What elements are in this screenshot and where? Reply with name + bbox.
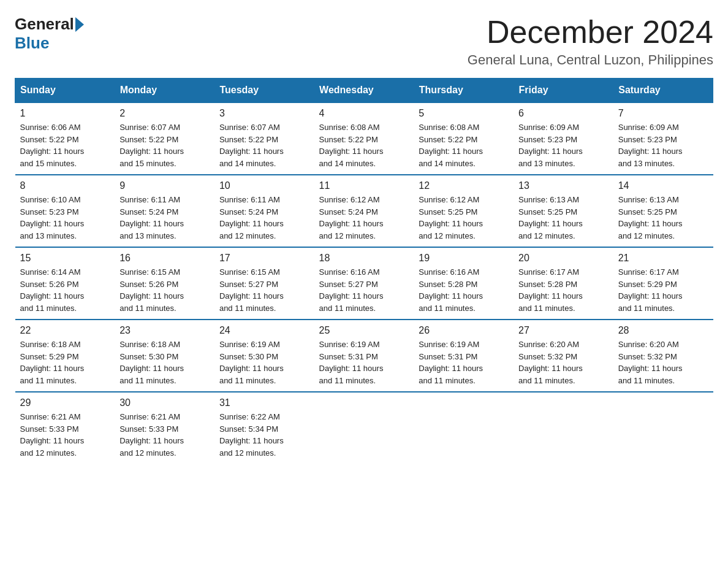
calendar-cell: 2 Sunrise: 6:07 AMSunset: 5:22 PMDayligh…: [115, 102, 214, 175]
day-number: 13: [518, 180, 609, 191]
day-info: Sunrise: 6:09 AMSunset: 5:23 PMDaylight:…: [518, 121, 609, 169]
day-info: Sunrise: 6:06 AMSunset: 5:22 PMDaylight:…: [20, 121, 110, 169]
day-number: 21: [618, 253, 708, 264]
day-info: Sunrise: 6:14 AMSunset: 5:26 PMDaylight:…: [20, 266, 110, 314]
day-info: Sunrise: 6:12 AMSunset: 5:25 PMDaylight:…: [419, 194, 509, 242]
day-info: Sunrise: 6:19 AMSunset: 5:30 PMDaylight:…: [219, 339, 309, 386]
calendar-header-row: SundayMondayTuesdayWednesdayThursdayFrid…: [15, 79, 713, 103]
week-row-2: 8 Sunrise: 6:10 AMSunset: 5:23 PMDayligh…: [15, 175, 713, 247]
day-number: 16: [119, 253, 210, 264]
day-info: Sunrise: 6:07 AMSunset: 5:22 PMDaylight:…: [219, 121, 309, 169]
calendar-cell: 27 Sunrise: 6:20 AMSunset: 5:32 PMDaylig…: [514, 320, 613, 392]
day-info: Sunrise: 6:11 AMSunset: 5:24 PMDaylight:…: [219, 194, 309, 242]
day-number: 18: [319, 253, 409, 264]
day-info: Sunrise: 6:11 AMSunset: 5:24 PMDaylight:…: [119, 194, 210, 242]
calendar-cell: 8 Sunrise: 6:10 AMSunset: 5:23 PMDayligh…: [15, 175, 115, 247]
header-tuesday: Tuesday: [214, 79, 314, 103]
calendar-cell: 5 Sunrise: 6:08 AMSunset: 5:22 PMDayligh…: [414, 102, 514, 175]
calendar-cell: 31 Sunrise: 6:22 AMSunset: 5:34 PMDaylig…: [214, 392, 314, 464]
day-info: Sunrise: 6:20 AMSunset: 5:32 PMDaylight:…: [618, 339, 708, 386]
logo-general-text: General: [15, 15, 74, 34]
calendar-cell: 25 Sunrise: 6:19 AMSunset: 5:31 PMDaylig…: [314, 320, 414, 392]
day-info: Sunrise: 6:15 AMSunset: 5:27 PMDaylight:…: [219, 266, 309, 314]
day-number: 17: [219, 253, 309, 264]
calendar-cell: 17 Sunrise: 6:15 AMSunset: 5:27 PMDaylig…: [214, 247, 314, 320]
calendar-cell: [613, 392, 713, 464]
day-number: 4: [319, 108, 409, 119]
day-info: Sunrise: 6:18 AMSunset: 5:29 PMDaylight:…: [20, 339, 110, 386]
day-number: 29: [20, 397, 110, 408]
page-header: General Blue December 2024 General Luna,…: [15, 15, 713, 68]
calendar-cell: 22 Sunrise: 6:18 AMSunset: 5:29 PMDaylig…: [15, 320, 115, 392]
calendar-cell: 20 Sunrise: 6:17 AMSunset: 5:28 PMDaylig…: [514, 247, 613, 320]
calendar-cell: 7 Sunrise: 6:09 AMSunset: 5:23 PMDayligh…: [613, 102, 713, 175]
day-number: 5: [419, 108, 509, 119]
calendar-cell: 10 Sunrise: 6:11 AMSunset: 5:24 PMDaylig…: [214, 175, 314, 247]
day-number: 26: [419, 325, 509, 336]
day-info: Sunrise: 6:07 AMSunset: 5:22 PMDaylight:…: [119, 121, 210, 169]
day-number: 24: [219, 325, 309, 336]
header-friday: Friday: [514, 79, 613, 103]
day-number: 6: [518, 108, 609, 119]
day-info: Sunrise: 6:08 AMSunset: 5:22 PMDaylight:…: [419, 121, 509, 169]
day-number: 1: [20, 108, 110, 119]
calendar-cell: 3 Sunrise: 6:07 AMSunset: 5:22 PMDayligh…: [214, 102, 314, 175]
week-row-3: 15 Sunrise: 6:14 AMSunset: 5:26 PMDaylig…: [15, 247, 713, 320]
calendar-cell: 30 Sunrise: 6:21 AMSunset: 5:33 PMDaylig…: [115, 392, 214, 464]
day-info: Sunrise: 6:17 AMSunset: 5:28 PMDaylight:…: [518, 266, 609, 314]
day-info: Sunrise: 6:16 AMSunset: 5:27 PMDaylight:…: [319, 266, 409, 314]
day-number: 28: [618, 325, 708, 336]
calendar-table: SundayMondayTuesdayWednesdayThursdayFrid…: [15, 78, 713, 464]
calendar-cell: 11 Sunrise: 6:12 AMSunset: 5:24 PMDaylig…: [314, 175, 414, 247]
day-number: 3: [219, 108, 309, 119]
day-info: Sunrise: 6:13 AMSunset: 5:25 PMDaylight:…: [618, 194, 708, 242]
day-number: 25: [319, 325, 409, 336]
day-info: Sunrise: 6:20 AMSunset: 5:32 PMDaylight:…: [518, 339, 609, 386]
calendar-cell: 26 Sunrise: 6:19 AMSunset: 5:31 PMDaylig…: [414, 320, 514, 392]
day-number: 8: [20, 180, 110, 191]
day-number: 10: [219, 180, 309, 191]
day-info: Sunrise: 6:12 AMSunset: 5:24 PMDaylight:…: [319, 194, 409, 242]
calendar-cell: 23 Sunrise: 6:18 AMSunset: 5:30 PMDaylig…: [115, 320, 214, 392]
calendar-cell: [314, 392, 414, 464]
calendar-cell: 12 Sunrise: 6:12 AMSunset: 5:25 PMDaylig…: [414, 175, 514, 247]
day-info: Sunrise: 6:21 AMSunset: 5:33 PMDaylight:…: [20, 411, 110, 459]
calendar-cell: 4 Sunrise: 6:08 AMSunset: 5:22 PMDayligh…: [314, 102, 414, 175]
month-title: December 2024: [468, 15, 713, 50]
calendar-cell: [514, 392, 613, 464]
day-info: Sunrise: 6:10 AMSunset: 5:23 PMDaylight:…: [20, 194, 110, 242]
week-row-4: 22 Sunrise: 6:18 AMSunset: 5:29 PMDaylig…: [15, 320, 713, 392]
calendar-cell: 15 Sunrise: 6:14 AMSunset: 5:26 PMDaylig…: [15, 247, 115, 320]
calendar-cell: 28 Sunrise: 6:20 AMSunset: 5:32 PMDaylig…: [613, 320, 713, 392]
day-number: 27: [518, 325, 609, 336]
header-monday: Monday: [115, 79, 214, 103]
day-info: Sunrise: 6:18 AMSunset: 5:30 PMDaylight:…: [119, 339, 210, 386]
day-number: 22: [20, 325, 110, 336]
calendar-cell: 24 Sunrise: 6:19 AMSunset: 5:30 PMDaylig…: [214, 320, 314, 392]
day-number: 15: [20, 253, 110, 264]
calendar-cell: 29 Sunrise: 6:21 AMSunset: 5:33 PMDaylig…: [15, 392, 115, 464]
day-number: 30: [119, 397, 210, 408]
location-title: General Luna, Central Luzon, Philippines: [468, 52, 713, 68]
title-section: December 2024 General Luna, Central Luzo…: [468, 15, 713, 68]
day-info: Sunrise: 6:16 AMSunset: 5:28 PMDaylight:…: [419, 266, 509, 314]
week-row-1: 1 Sunrise: 6:06 AMSunset: 5:22 PMDayligh…: [15, 102, 713, 175]
calendar-cell: 16 Sunrise: 6:15 AMSunset: 5:26 PMDaylig…: [115, 247, 214, 320]
day-info: Sunrise: 6:15 AMSunset: 5:26 PMDaylight:…: [119, 266, 210, 314]
day-number: 20: [518, 253, 609, 264]
day-number: 2: [119, 108, 210, 119]
calendar-cell: 13 Sunrise: 6:13 AMSunset: 5:25 PMDaylig…: [514, 175, 613, 247]
day-info: Sunrise: 6:19 AMSunset: 5:31 PMDaylight:…: [419, 339, 509, 386]
calendar-cell: 1 Sunrise: 6:06 AMSunset: 5:22 PMDayligh…: [15, 102, 115, 175]
calendar-cell: [414, 392, 514, 464]
calendar-cell: 21 Sunrise: 6:17 AMSunset: 5:29 PMDaylig…: [613, 247, 713, 320]
day-info: Sunrise: 6:08 AMSunset: 5:22 PMDaylight:…: [319, 121, 409, 169]
day-number: 23: [119, 325, 210, 336]
day-info: Sunrise: 6:21 AMSunset: 5:33 PMDaylight:…: [119, 411, 210, 459]
logo-arrow-icon: [75, 17, 84, 32]
day-number: 19: [419, 253, 509, 264]
day-info: Sunrise: 6:19 AMSunset: 5:31 PMDaylight:…: [319, 339, 409, 386]
header-thursday: Thursday: [414, 79, 514, 103]
calendar-cell: 6 Sunrise: 6:09 AMSunset: 5:23 PMDayligh…: [514, 102, 613, 175]
day-info: Sunrise: 6:17 AMSunset: 5:29 PMDaylight:…: [618, 266, 708, 314]
